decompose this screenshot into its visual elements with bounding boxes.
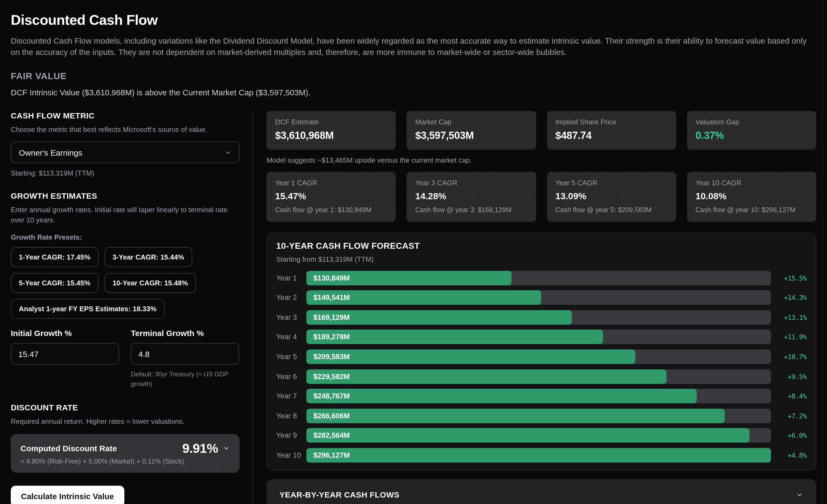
forecast-bar-fill: $282,564M <box>306 429 750 443</box>
forecast-bar-track: $130,849M <box>306 270 771 285</box>
year-by-year-accordion[interactable]: YEAR-BY-YEAR CASH FLOWS <box>266 479 816 504</box>
cagr-card-label: Year 5 CAGR <box>555 179 668 187</box>
forecast-row: Year 7 $248,767M +8.4% <box>276 389 807 403</box>
summary-card-value: $487.74 <box>555 130 668 141</box>
cagr-card-value: 14.28% <box>416 191 528 202</box>
cash-flow-metric-selected-value: Owner's Earnings <box>19 148 82 157</box>
growth-presets-label: Growth Rate Presets: <box>11 233 239 241</box>
forecast-growth-percent: +14.3% <box>771 294 807 302</box>
forecast-growth-percent: +10.7% <box>771 353 807 361</box>
forecast-bar-amount: $189,278M <box>313 333 350 341</box>
forecast-row: Year 1 $130,849M +15.5% <box>276 270 807 285</box>
growth-presets-group: 1-Year CAGR: 17.45%3-Year CAGR: 15.44%5-… <box>11 247 248 293</box>
forecast-row: Year 8 $266,606M +7.2% <box>276 409 807 423</box>
forecast-growth-percent: +11.9% <box>771 333 807 341</box>
growth-preset-button-3[interactable]: 5-Year CAGR: 15.45% <box>11 273 99 293</box>
discount-rate-description: Required annual return. Higher rates = l… <box>11 417 239 427</box>
forecast-bar-fill: $169,129M <box>306 310 572 325</box>
cagr-card-label: Year 3 CAGR <box>416 179 528 187</box>
forecast-row: Year 3 $169,129M +13.1% <box>276 310 807 325</box>
cagr-card-label: Year 10 CAGR <box>696 179 808 187</box>
cagr-card-value: 13.09% <box>555 191 668 202</box>
forecast-bar-track: $189,278M <box>306 330 771 344</box>
cagr-cards-row: Year 1 CAGR 15.47% Cash flow @ year 1: $… <box>266 171 816 221</box>
computed-discount-rate-card[interactable]: Computed Discount Rate 9.91% = 4.80% (Ri… <box>11 434 240 473</box>
cagr-card-note: Cash flow @ year 3: $169,129M <box>416 206 528 213</box>
forecast-growth-percent: +15.5% <box>771 274 807 282</box>
forecast-year-label: Year 10 <box>276 451 306 459</box>
forecast-bar-track: $229,582M <box>306 369 771 384</box>
forecast-year-label: Year 3 <box>276 313 306 321</box>
growth-preset-button-4[interactable]: 10-Year CAGR: 15.48% <box>104 273 196 293</box>
summary-card-value: $3,610,968M <box>275 130 387 141</box>
inputs-sidebar: CASH FLOW METRIC Choose the metric that … <box>11 111 253 504</box>
page-title: Discounted Cash Flow <box>11 12 816 29</box>
chevron-down-icon <box>796 491 803 499</box>
forecast-row: Year 2 $149,541M +14.3% <box>276 290 807 305</box>
fair-value-summary: DCF Intrinsic Value ($3,610,968M) is abo… <box>11 88 816 97</box>
forecast-bar-amount: $282,564M <box>313 432 350 440</box>
growth-preset-button-1[interactable]: 1-Year CAGR: 17.45% <box>11 247 99 267</box>
forecast-bar-track: $149,541M <box>306 290 771 305</box>
cash-flow-metric-heading: CASH FLOW METRIC <box>11 111 239 120</box>
computed-discount-rate-value: 9.91% <box>182 441 218 456</box>
forecast-growth-percent: +6.0% <box>771 432 807 440</box>
discount-rate-formula: = 4.80% (Risk-Free) + 5.00% (Market) + 0… <box>20 458 230 465</box>
forecast-bar-track: $169,129M <box>306 310 771 325</box>
initial-growth-label: Initial Growth % <box>11 329 119 338</box>
forecast-year-label: Year 7 <box>276 392 306 400</box>
cagr-card-note: Cash flow @ year 5: $209,583M <box>555 206 668 213</box>
forecast-bar-fill: $189,278M <box>306 330 603 344</box>
computed-discount-rate-label: Computed Discount Rate <box>20 444 117 453</box>
summary-card-value: 0.37% <box>696 130 808 141</box>
forecast-subtitle: Starting from $113,319M (TTM) <box>276 255 807 263</box>
forecast-bar-track: $248,767M <box>306 389 771 403</box>
cagr-card-note: Cash flow @ year 1: $130,849M <box>275 206 387 213</box>
content-columns: CASH FLOW METRIC Choose the metric that … <box>11 111 816 504</box>
growth-estimates-description: Enter annual growth rates. Initial rate … <box>11 205 239 225</box>
forecast-bar-amount: $169,129M <box>313 313 350 321</box>
analyst-eps-preset-button[interactable]: Analyst 1-year FY EPS Estimates: 18.33% <box>11 299 164 319</box>
forecast-bar-fill: $248,767M <box>306 389 697 403</box>
forecast-year-label: Year 9 <box>276 432 306 440</box>
cagr-card-value: 10.08% <box>696 191 808 202</box>
calculate-intrinsic-value-button[interactable]: Calculate Intrinsic Value <box>11 486 124 504</box>
cagr-card: Year 10 CAGR 10.08% Cash flow @ year 10:… <box>687 171 817 221</box>
forecast-bar-amount: $248,767M <box>313 392 350 400</box>
forecast-bar-fill: $149,541M <box>306 290 541 305</box>
forecast-bar-amount: $209,583M <box>313 353 350 361</box>
summary-card: Valuation Gap 0.37% <box>687 111 817 149</box>
cash-flow-metric-description: Choose the metric that best reflects Mic… <box>11 124 239 135</box>
forecast-bar-track: $266,606M <box>306 409 771 423</box>
chevron-down-icon <box>223 445 230 452</box>
summary-card-label: DCF Estimate <box>275 118 387 126</box>
forecast-year-label: Year 6 <box>276 372 306 381</box>
forecast-bar-amount: $266,606M <box>313 412 350 420</box>
forecast-row: Year 6 $229,582M +9.5% <box>276 369 807 384</box>
forecast-year-label: Year 2 <box>276 294 306 302</box>
forecast-bar-amount: $229,582M <box>313 372 350 381</box>
year-by-year-accordion-label: YEAR-BY-YEAR CASH FLOWS <box>280 490 399 499</box>
initial-growth-input[interactable] <box>11 343 119 364</box>
growth-preset-button-2[interactable]: 3-Year CAGR: 15.44% <box>104 247 192 267</box>
terminal-growth-input[interactable] <box>131 343 239 364</box>
forecast-bar-amount: $296,127M <box>313 451 350 459</box>
forecast-bar-track: $209,583M <box>306 349 771 364</box>
forecast-bar-track: $296,127M <box>306 448 771 462</box>
forecast-growth-percent: +9.5% <box>771 372 807 381</box>
fair-value-heading: FAIR VALUE <box>11 71 816 82</box>
forecast-heading: 10-YEAR CASH FLOW FORECAST <box>276 241 807 251</box>
forecast-growth-percent: +13.1% <box>771 313 807 321</box>
forecast-bar-amount: $149,541M <box>313 294 350 302</box>
forecast-bar-fill: $266,606M <box>306 409 724 423</box>
forecast-bar-fill: $130,849M <box>306 270 512 285</box>
cash-flow-metric-select[interactable]: Owner's Earnings <box>11 142 240 163</box>
forecast-growth-percent: +8.4% <box>771 392 807 400</box>
scrollbar-track[interactable] <box>822 0 823 504</box>
forecast-row: Year 4 $189,278M +11.9% <box>276 330 807 344</box>
cagr-card: Year 1 CAGR 15.47% Cash flow @ year 1: $… <box>266 171 396 221</box>
forecast-bar-chart: Year 1 $130,849M +15.5% Year 2 $149,541M… <box>276 270 807 462</box>
cagr-card: Year 5 CAGR 13.09% Cash flow @ year 5: $… <box>547 171 676 221</box>
cagr-card-value: 15.47% <box>275 191 387 202</box>
summary-card-label: Valuation Gap <box>696 118 808 126</box>
